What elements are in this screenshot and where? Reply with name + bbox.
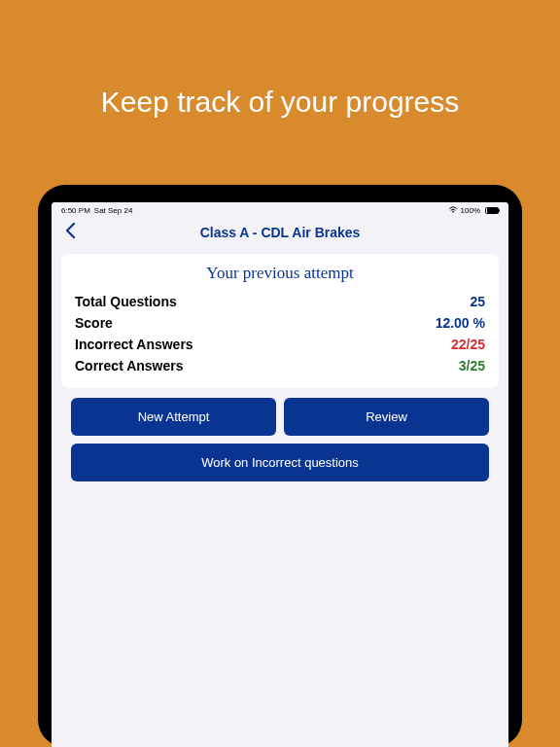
stat-row-score: Score 12.00 % — [75, 312, 485, 334]
status-bar: 6:50 PM Sat Sep 24 100% — [52, 202, 508, 217]
stat-row-correct: Correct Answers 3/25 — [75, 355, 485, 376]
card-title: Your previous attempt — [75, 264, 485, 283]
button-row: New Attempt Review — [61, 398, 499, 436]
stat-row-total: Total Questions 25 — [75, 291, 485, 312]
status-time: 6:50 PM — [61, 206, 90, 215]
new-attempt-button[interactable]: New Attempt — [71, 398, 276, 436]
content-area: Your previous attempt Total Questions 25… — [52, 248, 508, 487]
stat-row-incorrect: Incorrect Answers 22/25 — [75, 334, 485, 355]
battery-icon — [485, 207, 499, 214]
wifi-icon — [448, 205, 458, 215]
status-date: Sat Sep 24 — [94, 206, 133, 215]
screen: 6:50 PM Sat Sep 24 100% Class A - CDL Ai… — [52, 202, 508, 747]
stat-label: Total Questions — [75, 294, 177, 309]
stat-value: 22/25 — [451, 337, 485, 352]
hero-title: Keep track of your progress — [0, 0, 560, 119]
battery-percent: 100% — [461, 206, 480, 215]
work-incorrect-button[interactable]: Work on Incorrect questions — [71, 444, 489, 481]
tablet-frame: 6:50 PM Sat Sep 24 100% Class A - CDL Ai… — [38, 185, 522, 747]
attempt-card: Your previous attempt Total Questions 25… — [61, 254, 499, 388]
stat-value: 3/25 — [459, 358, 485, 374]
svg-point-0 — [452, 211, 454, 213]
stat-label: Incorrect Answers — [75, 337, 193, 352]
stat-label: Score — [75, 315, 113, 331]
back-button[interactable] — [65, 222, 76, 244]
stat-value: 25 — [470, 294, 485, 309]
stat-label: Correct Answers — [75, 358, 184, 374]
stat-value: 12.00 % — [436, 315, 485, 331]
nav-title: Class A - CDL Air Brakes — [63, 225, 497, 240]
nav-bar: Class A - CDL Air Brakes — [52, 217, 508, 248]
review-button[interactable]: Review — [284, 398, 489, 436]
